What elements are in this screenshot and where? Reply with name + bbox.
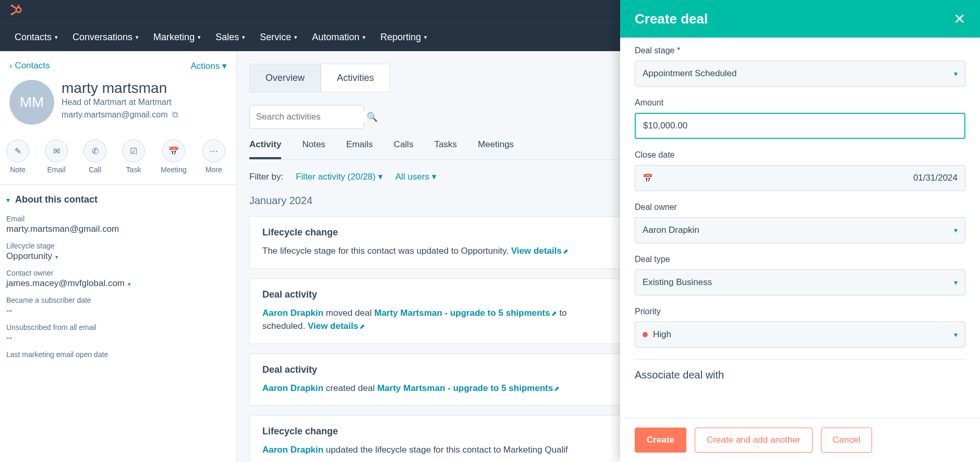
subtab-tasks[interactable]: Tasks — [434, 139, 457, 159]
email-button[interactable]: ✉Email — [45, 139, 68, 174]
envelope-icon: ✉ — [45, 139, 68, 162]
chevron-left-icon: ‹ — [9, 61, 15, 70]
search-input[interactable] — [256, 112, 367, 122]
subtab-calls[interactable]: Calls — [394, 139, 414, 159]
copy-icon[interactable]: ⧉ — [172, 110, 178, 120]
priority-select[interactable]: High▾ — [635, 322, 965, 348]
note-button[interactable]: ✎Note — [6, 139, 29, 174]
panel-title: Create deal — [635, 11, 708, 27]
contact-owner-select[interactable]: james.macey@mvfglobal.com▾ — [6, 278, 230, 289]
chevron-down-icon: ▾ — [55, 34, 58, 41]
chevron-down-icon: ▾ — [136, 34, 139, 41]
actor-link[interactable]: Aaron Drapkin — [262, 383, 323, 393]
subtab-notes[interactable]: Notes — [302, 139, 325, 159]
lifecycle-stage-select[interactable]: Opportunity▾ — [6, 251, 230, 262]
svg-point-2 — [11, 5, 13, 7]
close-date-label: Close date — [635, 150, 965, 160]
nav-sales[interactable]: Sales▾ — [215, 32, 245, 43]
card-title: Lifecycle change — [262, 227, 338, 238]
view-details-link[interactable]: View details — [308, 321, 358, 331]
external-link-icon: ⬈ — [359, 323, 365, 330]
chevron-down-icon: ▾ — [128, 281, 131, 287]
nav-contacts[interactable]: Contacts▾ — [15, 32, 58, 43]
quick-actions: ✎Note ✉Email ✆Call ☑Task 📅Meeting ⋯More — [0, 129, 236, 184]
chevron-down-icon: ▾ — [6, 196, 10, 204]
subtab-meetings[interactable]: Meetings — [478, 139, 514, 159]
nav-marketing[interactable]: Marketing▾ — [153, 32, 201, 43]
deal-stage-select[interactable]: Appointment Scheduled▾ — [635, 61, 965, 87]
chevron-down-icon: ▾ — [294, 34, 297, 41]
nav-service[interactable]: Service▾ — [260, 32, 297, 43]
divider — [635, 359, 965, 360]
more-button[interactable]: ⋯More — [202, 139, 225, 174]
chevron-down-icon: ▾ — [432, 172, 437, 182]
deal-type-label: Deal type — [635, 255, 965, 264]
deal-type-select[interactable]: Existing Business▾ — [635, 269, 965, 295]
about-section-header[interactable]: ▾ About this contact — [0, 184, 236, 211]
chevron-down-icon: ▾ — [954, 226, 958, 234]
filter-users-dropdown[interactable]: All users ▾ — [395, 171, 437, 182]
meeting-button[interactable]: 📅Meeting — [161, 139, 187, 174]
ellipsis-icon: ⋯ — [202, 139, 225, 162]
search-icon[interactable]: 🔍 — [367, 112, 378, 123]
tab-overview[interactable]: Overview — [249, 64, 321, 92]
checkbox-icon: ☑ — [122, 139, 145, 162]
chevron-down-icon: ▾ — [378, 172, 383, 182]
create-another-button[interactable]: Create and add another — [695, 428, 813, 453]
card-title: Lifecycle change — [262, 426, 338, 437]
priority-dot-icon — [643, 332, 648, 337]
chevron-down-icon: ▾ — [954, 69, 958, 78]
deal-link[interactable]: Marty Martsman - upgrade to 5 shipments — [374, 308, 550, 318]
amount-field[interactable] — [643, 121, 957, 131]
panel-footer: Create Create and add another Cancel — [620, 418, 980, 462]
deal-owner-label: Deal owner — [635, 203, 965, 212]
associate-header: Associate deal with — [635, 369, 965, 381]
card-title: Deal activity — [262, 289, 317, 300]
subscriber-date-value: -- — [6, 305, 230, 316]
actor-link[interactable]: Aaron Drapkin — [262, 308, 323, 318]
filter-by-label: Filter by: — [249, 172, 283, 182]
nav-conversations[interactable]: Conversations▾ — [72, 32, 139, 43]
nav-automation[interactable]: Automation▾ — [312, 32, 366, 43]
tab-activities[interactable]: Activities — [321, 64, 390, 92]
chevron-down-icon: ▾ — [424, 34, 427, 41]
unsubscribed-label: Unsubscribed from all email — [6, 323, 230, 331]
close-icon[interactable]: ✕ — [953, 10, 965, 28]
subtab-emails[interactable]: Emails — [346, 139, 373, 159]
chevron-down-icon: ▾ — [242, 34, 245, 41]
create-button[interactable]: Create — [635, 428, 686, 453]
task-button[interactable]: ☑Task — [122, 139, 145, 174]
contact-name: marty martsman — [62, 80, 178, 97]
chevron-down-icon: ▾ — [954, 278, 958, 287]
actions-dropdown[interactable]: Actions ▾ — [191, 61, 227, 72]
calendar-icon: 📅 — [162, 139, 185, 162]
actor-link[interactable]: Aaron Drapkin — [262, 445, 323, 455]
deal-owner-select[interactable]: Aaron Drapkin▾ — [635, 217, 965, 243]
call-button[interactable]: ✆Call — [83, 139, 106, 174]
chevron-down-icon: ▾ — [222, 61, 227, 71]
search-activities[interactable]: 🔍 — [249, 105, 364, 129]
contact-email: marty.martsman@gmail.com ⧉ — [62, 110, 178, 120]
cancel-button[interactable]: Cancel — [821, 428, 873, 453]
email-label: Email — [6, 215, 230, 223]
email-value: marty.martsman@gmail.com — [6, 224, 230, 234]
back-link[interactable]: ‹ Contacts — [9, 61, 50, 72]
view-details-link[interactable]: View details — [511, 246, 562, 256]
external-link-icon: ⬈ — [563, 247, 568, 255]
amount-label: Amount — [635, 98, 965, 108]
contact-owner-label: Contact owner — [6, 269, 230, 277]
contact-sidebar: ‹ Contacts Actions ▾ MM marty martsman H… — [0, 51, 237, 462]
phone-icon: ✆ — [83, 139, 106, 162]
close-date-input[interactable]: 📅01/31/2024 — [635, 165, 965, 191]
subscriber-date-label: Became a subscriber date — [6, 296, 230, 304]
create-deal-panel: Create deal ✕ Deal stage * Appointment S… — [620, 0, 980, 462]
last-open-label: Last marketing email open date — [6, 350, 230, 359]
deal-link[interactable]: Marty Martsman - upgrade to 5 shipments — [377, 383, 553, 393]
calendar-icon: 📅 — [643, 173, 653, 183]
unsubscribed-value: -- — [6, 333, 230, 343]
subtab-activity[interactable]: Activity — [249, 139, 281, 159]
hubspot-logo-icon[interactable] — [10, 4, 22, 19]
nav-reporting[interactable]: Reporting▾ — [380, 32, 427, 43]
filter-activity-dropdown[interactable]: Filter activity (20/28) ▾ — [296, 171, 383, 182]
amount-input[interactable] — [635, 113, 965, 139]
